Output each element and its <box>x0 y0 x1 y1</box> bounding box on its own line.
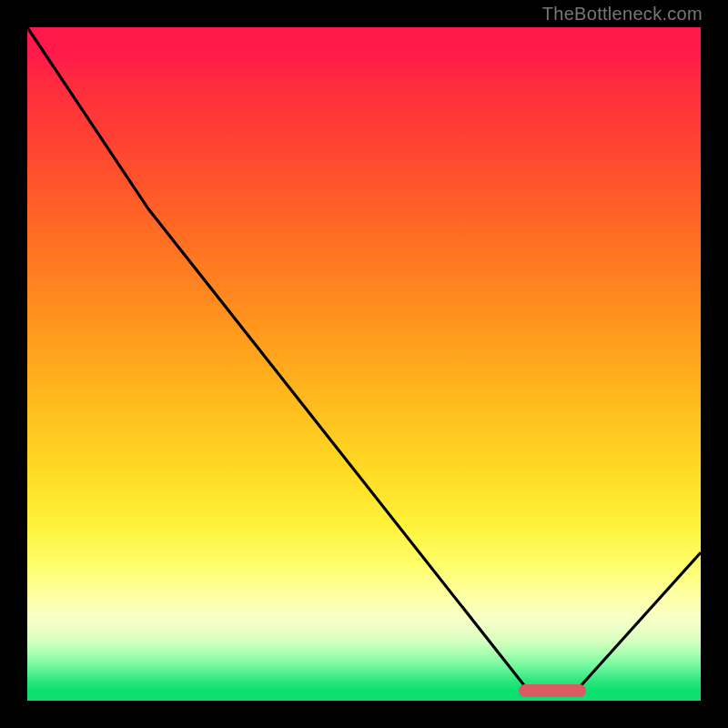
bottleneck-curve <box>27 27 701 701</box>
optimal-range-marker <box>519 684 586 697</box>
chart-frame: TheBottleneck.com <box>0 0 728 728</box>
plot-area <box>27 27 701 701</box>
watermark-text: TheBottleneck.com <box>542 4 703 25</box>
curve-path <box>27 27 701 687</box>
